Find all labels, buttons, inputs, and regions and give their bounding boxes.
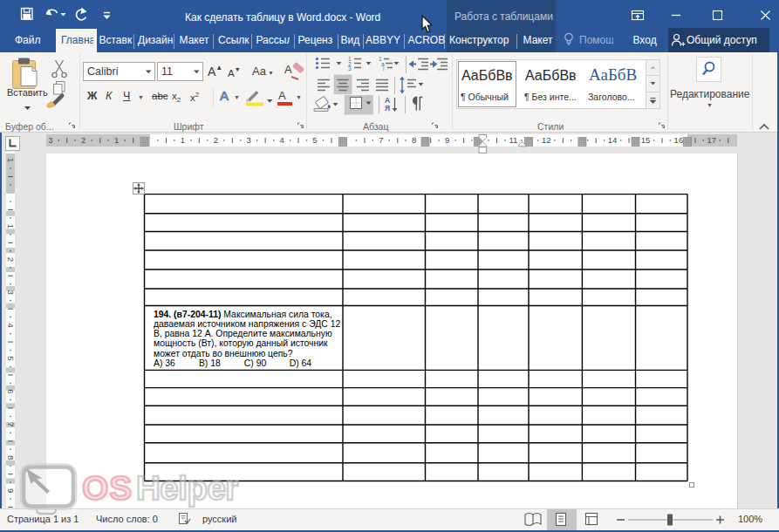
svg-text:Helper: Helper	[136, 469, 238, 507]
svg-text:OS: OS	[82, 469, 133, 507]
